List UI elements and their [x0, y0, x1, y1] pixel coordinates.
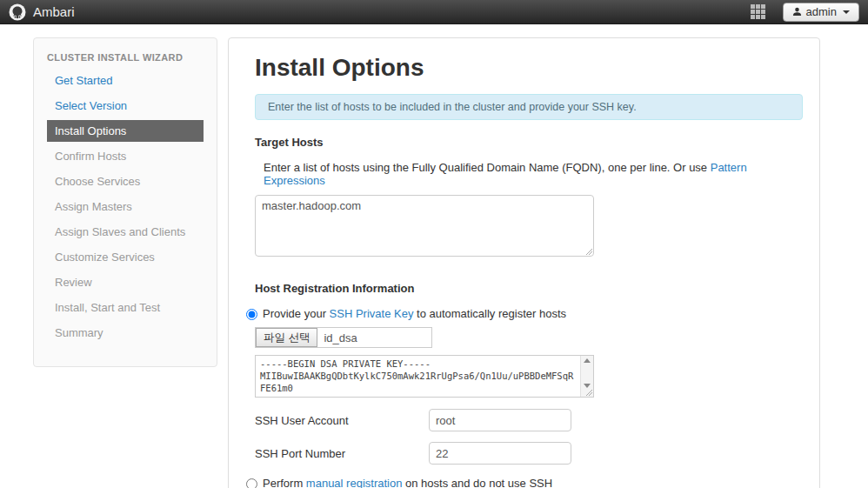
wizard-sidebar: CLUSTER INSTALL WIZARD Get Started Selec…	[33, 37, 217, 367]
ssh-private-key-text: -----BEGIN DSA PRIVATE KEY----- MIIBuwIB…	[260, 358, 576, 398]
choose-file-button[interactable]: 파일 선택	[256, 328, 317, 347]
brand-title: Ambari	[33, 4, 75, 19]
sidebar-item-assign-masters: Assign Masters	[47, 196, 204, 217]
target-hosts-description: Enter a list of hosts using the Fully Qu…	[264, 161, 803, 187]
scroll-up-icon[interactable]	[584, 358, 591, 363]
user-icon	[792, 7, 802, 17]
manual-registration-option-row: Perform manual registration on hosts and…	[246, 477, 803, 488]
sidebar-item-customize-services: Customize Services	[47, 246, 204, 268]
host-registration-heading: Host Registration Information	[255, 282, 803, 295]
brand[interactable]: Ambari	[9, 3, 75, 21]
sidebar-item-install-start-test: Install, Start and Test	[47, 297, 204, 318]
resize-grip-icon[interactable]	[584, 247, 592, 255]
target-hosts-textarea[interactable]: master.hadoop.com	[255, 195, 594, 257]
views-grid-icon[interactable]	[751, 4, 765, 19]
ssh-private-key-textarea[interactable]: -----BEGIN DSA PRIVATE KEY----- MIIBuwIB…	[255, 355, 594, 398]
ssh-private-key-link[interactable]: SSH Private Key	[330, 307, 414, 320]
page-title: Install Options	[255, 54, 803, 82]
ssh-key-file-input[interactable]: 파일 선택 id_dsa	[255, 327, 432, 348]
admin-dropdown-button[interactable]: admin	[783, 3, 859, 22]
sidebar-item-choose-services: Choose Services	[47, 170, 204, 192]
info-alert: Enter the list of hosts to be included i…	[255, 94, 803, 120]
manual-option-pre: Perform	[263, 477, 306, 488]
ambari-logo-icon	[9, 3, 26, 21]
sidebar-item-confirm-hosts: Confirm Hosts	[47, 145, 204, 167]
top-navbar: Ambari admin	[0, 0, 868, 24]
ssh-user-label: SSH User Account	[255, 414, 429, 427]
ssh-option-post: to automatically register hosts	[413, 307, 566, 320]
ssh-option-pre: Provide your	[263, 307, 330, 320]
chevron-down-icon	[843, 10, 850, 14]
wizard-title: CLUSTER INSTALL WIZARD	[34, 52, 217, 70]
ssh-port-label: SSH Port Number	[255, 447, 429, 460]
target-hosts-heading: Target Hosts	[255, 136, 803, 149]
manual-option-post: on hosts and do not use SSH	[402, 477, 552, 488]
manual-registration-radio[interactable]	[246, 478, 257, 488]
ssh-user-row: SSH User Account	[255, 409, 803, 431]
sidebar-item-install-options[interactable]: Install Options	[47, 120, 204, 142]
chosen-file-name: id_dsa	[317, 331, 363, 344]
sidebar-item-get-started[interactable]: Get Started	[47, 70, 204, 91]
sidebar-item-select-version[interactable]: Select Version	[47, 95, 204, 117]
ssh-key-option-label: Provide your SSH Private Key to automati…	[263, 307, 566, 320]
manual-registration-link[interactable]: manual registration	[306, 477, 403, 488]
ssh-port-input[interactable]	[429, 442, 571, 465]
ssh-user-input[interactable]	[429, 409, 571, 431]
ssh-key-option-row: Provide your SSH Private Key to automati…	[246, 307, 803, 320]
resize-grip-icon[interactable]	[584, 388, 592, 396]
sidebar-item-review: Review	[47, 271, 204, 293]
install-options-panel: Install Options Enter the list of hosts …	[228, 37, 820, 488]
admin-label: admin	[806, 5, 837, 18]
sidebar-item-summary: Summary	[47, 322, 204, 344]
sidebar-item-assign-slaves: Assign Slaves and Clients	[47, 221, 204, 243]
ssh-port-row: SSH Port Number	[255, 442, 803, 465]
target-hosts-desc-text: Enter a list of hosts using the Fully Qu…	[264, 161, 711, 174]
ssh-key-radio[interactable]	[246, 309, 257, 320]
manual-registration-label: Perform manual registration on hosts and…	[263, 477, 552, 488]
